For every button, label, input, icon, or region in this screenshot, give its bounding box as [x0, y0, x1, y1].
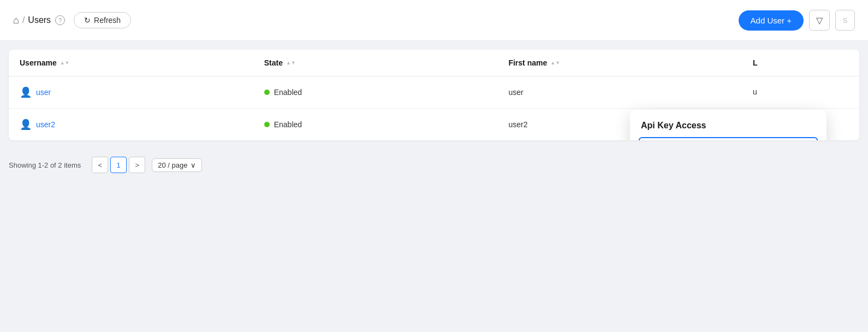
sort-icon-firstname: ▲▼	[550, 60, 560, 66]
search-partial: S	[835, 10, 855, 31]
cell-firstname-1: user	[497, 76, 742, 109]
last-value-1: u	[753, 87, 757, 96]
last-header-label: L	[753, 58, 758, 67]
add-user-button[interactable]: Add User +	[739, 10, 804, 31]
dropdown-input-wrapper	[630, 137, 827, 140]
breadcrumb-separator: /	[22, 15, 25, 25]
page-size-selector[interactable]: 20 / page ∨	[152, 158, 202, 172]
cell-username-2: 👤 user2	[9, 109, 253, 141]
status-label-2: Enabled	[274, 120, 302, 129]
state-header-label: State	[264, 58, 283, 67]
cell-state-2: Enabled	[253, 109, 498, 141]
pagination-controls: < 1 >	[92, 157, 145, 173]
sort-icon-username: ▲▼	[60, 60, 70, 66]
page-size-label: 20 / page	[158, 161, 187, 169]
pagination-bar: Showing 1-2 of 2 items < 1 > 20 / page ∨	[0, 149, 868, 181]
dropdown-title: Api Key Access	[630, 110, 827, 137]
filter-icon: ▽	[816, 15, 823, 26]
status-dot-enabled	[264, 90, 270, 95]
status-dot-enabled-2	[264, 122, 270, 127]
col-header-last[interactable]: L	[742, 50, 859, 76]
username-header-label: Username	[20, 58, 57, 67]
header: ⌂ / Users ? ↻ Refresh Add User + ▽ S	[0, 0, 868, 41]
cell-state-1: Enabled	[253, 76, 498, 109]
current-page-button[interactable]: 1	[110, 157, 127, 173]
user-avatar-icon: 👤	[20, 86, 32, 98]
page-size-chevron-icon: ∨	[191, 161, 196, 169]
dropdown-search-input[interactable]	[639, 137, 818, 140]
cell-username-1: 👤 user	[9, 76, 253, 109]
table-header-row: Username ▲▼ State ▲▼ First name ▲▼	[9, 50, 859, 76]
refresh-icon: ↻	[84, 16, 91, 25]
user-avatar-icon: 👤	[20, 118, 32, 131]
status-label-1: Enabled	[274, 88, 302, 97]
filter-button[interactable]: ▽	[809, 10, 830, 31]
add-user-label: Add User +	[751, 16, 792, 25]
refresh-button[interactable]: ↻ Refresh	[74, 12, 131, 28]
firstname-value-1: user	[508, 88, 523, 97]
refresh-label: Refresh	[94, 16, 121, 25]
cell-last-1: u	[742, 76, 859, 109]
table-row: 👤 user Enabled user u	[9, 76, 859, 109]
search-icon: S	[843, 16, 848, 25]
firstname-header-label: First name	[508, 58, 547, 67]
breadcrumb: ⌂ / Users ?	[13, 15, 65, 26]
main-content: Username ▲▼ State ▲▼ First name ▲▼	[0, 41, 868, 149]
api-key-access-dropdown: Api Key Access Disabled Enabled Inherit	[630, 110, 827, 140]
breadcrumb-title: Users	[28, 15, 51, 25]
col-header-firstname[interactable]: First name ▲▼	[497, 50, 742, 76]
home-icon[interactable]: ⌂	[13, 15, 19, 26]
header-actions: Add User + ▽ S	[739, 10, 855, 31]
firstname-value-2: user2	[508, 120, 527, 129]
pagination-info: Showing 1-2 of 2 items	[9, 161, 81, 169]
col-header-state[interactable]: State ▲▼	[253, 50, 498, 76]
table-container: Username ▲▼ State ▲▼ First name ▲▼	[9, 50, 859, 140]
col-header-username[interactable]: Username ▲▼	[9, 50, 253, 76]
next-page-button[interactable]: >	[129, 157, 145, 173]
sort-icon-state: ▲▼	[286, 60, 296, 66]
user-link-1[interactable]: user	[36, 88, 51, 97]
prev-page-button[interactable]: <	[92, 157, 108, 173]
help-icon[interactable]: ?	[55, 15, 65, 25]
user-link-2[interactable]: user2	[36, 120, 55, 129]
